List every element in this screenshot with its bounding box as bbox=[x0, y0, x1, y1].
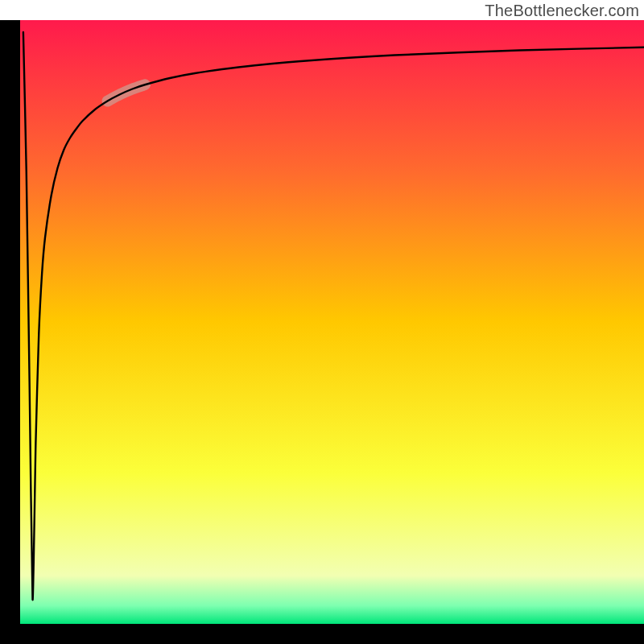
chart-canvas: TheBottlenecker.com bbox=[0, 0, 644, 644]
plot-area bbox=[0, 0, 644, 644]
x-axis-border bbox=[0, 624, 644, 644]
gradient-background bbox=[20, 20, 644, 624]
y-axis-border bbox=[0, 20, 20, 644]
chart-svg bbox=[0, 0, 644, 644]
